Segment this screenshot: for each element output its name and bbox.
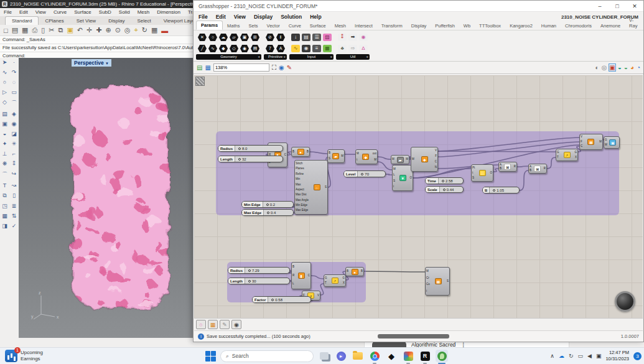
copy-icon[interactable]: ⧉: [58, 26, 63, 34]
material-orange-icon[interactable]: ◕: [630, 64, 634, 71]
input-port-a[interactable]: A: [500, 164, 502, 167]
chrome-icon[interactable]: [368, 350, 381, 362]
number-slider-radius[interactable]: Radius7.29: [228, 267, 290, 274]
grasshopper-titlebar[interactable]: Grasshopper - 2310_NOISE CYLINDER_FORUM*…: [194, 1, 643, 12]
ribbon-input-icon-5[interactable]: ≡: [312, 45, 321, 52]
rhino-tool-icon-13-0[interactable]: ⧉: [2, 192, 6, 199]
rhino-tool-icon-11-0[interactable]: ⌒: [2, 170, 7, 179]
rhino-app-icon[interactable]: R: [419, 350, 431, 362]
maximize-button[interactable]: □: [609, 1, 626, 12]
zoom-window-icon[interactable]: ⊙: [115, 26, 121, 34]
ribbon-geometry-icon-0[interactable]: ✕: [198, 34, 207, 41]
car-icon[interactable]: ▬: [161, 27, 168, 34]
ribbon-input-icon-0[interactable]: ↓: [291, 34, 300, 41]
output-port-r[interactable]: R: [544, 167, 546, 170]
preview-eye-icon[interactable]: ◉: [279, 64, 284, 71]
move-component[interactable]: GT↗GX: [556, 149, 578, 161]
output-port-x[interactable]: X: [343, 282, 345, 285]
input-port-t[interactable]: t: [472, 172, 473, 175]
number-slider-b[interactable]: B1.05: [482, 187, 520, 194]
output-port-b[interactable]: B: [307, 151, 309, 154]
rhino-tool-icon-16-0[interactable]: ◨: [2, 223, 7, 229]
save-document-icon[interactable]: ▦: [205, 64, 210, 71]
ribbon-primitive-icon-1[interactable]: 7: [266, 45, 274, 52]
open-document-icon[interactable]: ▤: [197, 64, 202, 71]
input-port-b[interactable]: B: [292, 151, 294, 154]
number-slider-min-edge[interactable]: Min Edge0.2: [241, 201, 294, 208]
output-port-s[interactable]: S: [447, 280, 449, 283]
inkscape-icon[interactable]: ◆: [385, 350, 398, 362]
input-port-f[interactable]: F: [581, 141, 582, 144]
gh-tab-vector[interactable]: Vector: [263, 22, 284, 30]
properties-icon[interactable]: ▯: [41, 26, 45, 34]
slider-knob[interactable]: [248, 269, 251, 272]
output-port-out[interactable]: out: [373, 152, 376, 156]
zoom-in-icon[interactable]: ⊕: [105, 26, 111, 34]
input-port-t[interactable]: t: [357, 159, 357, 162]
ribbon-util-icon-1[interactable]: ♣: [338, 45, 347, 52]
gh-tab-tttoolbox[interactable]: TTToolbox: [475, 22, 505, 30]
mesh-brep-component[interactable]: BS▰M: [327, 149, 345, 163]
mesh-settings-component[interactable]: StitchPlanesRefineMinMaxAspectMax DistMa…: [294, 160, 328, 215]
ribbon-geometry-icon-4[interactable]: ☁: [219, 34, 228, 41]
rhino-tool-icon-7-1[interactable]: ◪: [11, 131, 17, 137]
rhino-tool-icon-15-1[interactable]: ⇅: [12, 213, 17, 219]
ribbon-util-icon-2[interactable]: ➡: [348, 34, 357, 41]
input-port-planes[interactable]: Planes: [296, 167, 304, 170]
input-port-m[interactable]: M: [357, 152, 359, 156]
output-port-c[interactable]: C: [284, 154, 286, 157]
ribbon-primitive-icon-0[interactable]: ⊘: [266, 34, 274, 41]
pan-icon[interactable]: ✛: [86, 26, 92, 34]
rhino-tab-cplanes[interactable]: CPlanes: [39, 17, 70, 25]
gh-menu-display[interactable]: Display: [254, 14, 273, 20]
input-port-b[interactable]: B: [292, 266, 294, 269]
slider-knob[interactable]: [361, 173, 363, 175]
output-port-v[interactable]: V: [317, 294, 319, 297]
bake-teal-icon[interactable]: ◒: [618, 64, 622, 71]
custom-preview-component[interactable]: GM▣: [604, 136, 620, 149]
ribbon-primitive-icon-3[interactable]: A: [276, 45, 285, 52]
gh-tab-mesh[interactable]: Mesh: [330, 22, 350, 30]
output-port-g[interactable]: G: [342, 277, 345, 280]
group-expand-icon[interactable]: +: [258, 54, 260, 60]
rhino-tool-icon-9-1[interactable]: ⌐: [12, 151, 16, 157]
gh-tab-transform[interactable]: Transform: [377, 22, 407, 30]
output-port-c[interactable]: C: [308, 274, 310, 278]
rhino-tool-icon-16-1[interactable]: ✓: [12, 223, 17, 229]
output-port-v[interactable]: V: [435, 149, 437, 152]
cut-icon[interactable]: ✂: [49, 26, 54, 34]
input-port-aspect[interactable]: Aspect: [296, 189, 304, 192]
input-port-cr[interactable]: Cr: [426, 277, 429, 280]
group-expand-icon[interactable]: +: [283, 54, 286, 60]
viewport-title-dropdown[interactable]: Perspective ▼: [72, 59, 111, 67]
ribbon-util-icon-4[interactable]: ◉: [359, 34, 368, 41]
input-port-max-dist[interactable]: Max Dist: [296, 194, 307, 197]
iso-mesh-component[interactable]: MLSi▼O: [392, 165, 413, 191]
number-slider-radius[interactable]: Radius8.0: [218, 145, 283, 152]
gh-tab-wb[interactable]: Wb: [459, 22, 475, 30]
rhino-tool-icon-3-0[interactable]: ▷: [2, 89, 7, 95]
rhino-tool-icon-14-1[interactable]: ≣: [12, 203, 17, 209]
wireframe-preview-icon[interactable]: ◎: [602, 64, 607, 71]
rhino-tool-icon-10-1[interactable]: ⁑: [12, 161, 16, 167]
smooth-mesh-component[interactable]: Mt◆outM: [355, 149, 378, 164]
rhino-menu-surface[interactable]: Surface: [74, 9, 91, 15]
tray-expand-icon[interactable]: ∧: [550, 353, 554, 359]
rhino-tool-icon-2-0[interactable]: ○: [3, 79, 6, 85]
output-port-g[interactable]: G: [574, 151, 577, 154]
ribbon-input-icon-3[interactable]: ◉: [302, 45, 310, 52]
photos-icon[interactable]: [402, 350, 414, 362]
output-port-m[interactable]: M: [599, 141, 602, 144]
ribbon-geometry-icon-7[interactable]: ◇: [230, 45, 238, 52]
rhino-tool-icon-11-1[interactable]: ↪: [12, 170, 17, 179]
rhino-tab-display[interactable]: Display: [102, 17, 131, 25]
start-button[interactable]: [205, 351, 216, 362]
rhino-tool-icon-1-1[interactable]: ↷: [12, 69, 17, 75]
move-icon[interactable]: ✚: [96, 26, 101, 34]
slider-knob[interactable]: [266, 203, 269, 206]
input-port-b[interactable]: B: [347, 270, 348, 273]
rhino-tool-icon-13-1[interactable]: ▯: [12, 192, 16, 199]
camera-icon[interactable]: ▣: [596, 353, 602, 359]
gh-tab-display[interactable]: Display: [407, 22, 431, 30]
number-slider-level[interactable]: Level70: [343, 170, 386, 177]
